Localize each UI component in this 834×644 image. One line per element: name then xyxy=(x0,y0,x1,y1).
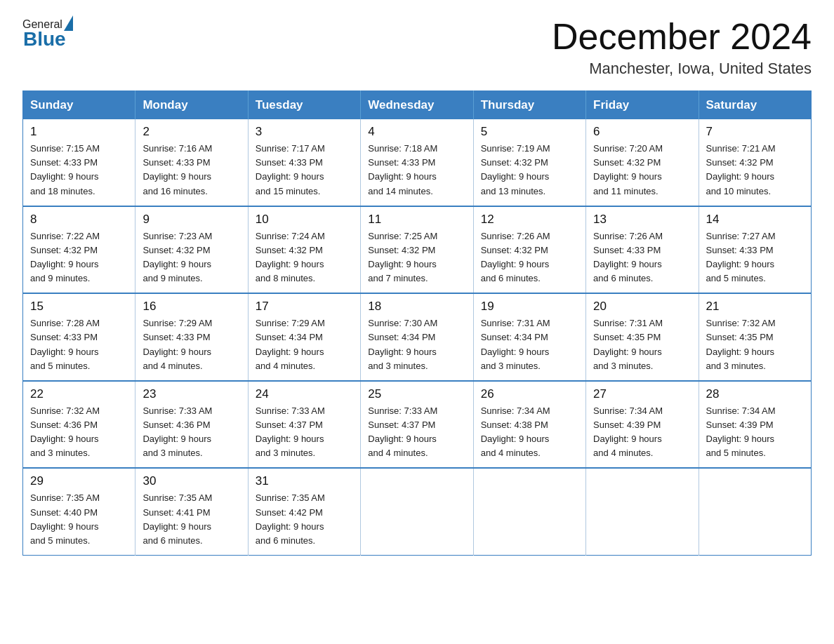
day-number: 10 xyxy=(256,213,353,227)
calendar-day-cell: 14Sunrise: 7:27 AMSunset: 4:33 PMDayligh… xyxy=(699,206,811,294)
calendar-day-cell: 5Sunrise: 7:19 AMSunset: 4:32 PMDaylight… xyxy=(473,119,585,206)
day-info: Sunrise: 7:34 AMSunset: 4:39 PMDaylight:… xyxy=(593,404,691,461)
day-info: Sunrise: 7:35 AMSunset: 4:42 PMDaylight:… xyxy=(256,491,353,548)
calendar-day-cell: 6Sunrise: 7:20 AMSunset: 4:32 PMDaylight… xyxy=(586,119,699,206)
calendar-day-cell: 10Sunrise: 7:24 AMSunset: 4:32 PMDayligh… xyxy=(248,206,360,294)
calendar-day-cell: 27Sunrise: 7:34 AMSunset: 4:39 PMDayligh… xyxy=(586,381,699,469)
calendar-day-cell: 29Sunrise: 7:35 AMSunset: 4:40 PMDayligh… xyxy=(23,468,135,555)
day-info: Sunrise: 7:31 AMSunset: 4:35 PMDaylight:… xyxy=(593,316,691,373)
day-number: 21 xyxy=(706,300,804,314)
top-section: General Blue December 2024 Manchester, I… xyxy=(22,17,812,78)
day-info: Sunrise: 7:32 AMSunset: 4:36 PMDaylight:… xyxy=(30,404,128,461)
day-number: 26 xyxy=(481,387,578,401)
logo: General Blue xyxy=(22,17,74,49)
weekday-header-tuesday: Tuesday xyxy=(248,91,360,120)
calendar-day-cell: 4Sunrise: 7:18 AMSunset: 4:33 PMDaylight… xyxy=(361,119,473,206)
calendar-day-cell: 19Sunrise: 7:31 AMSunset: 4:34 PMDayligh… xyxy=(473,293,585,381)
day-info: Sunrise: 7:35 AMSunset: 4:41 PMDaylight:… xyxy=(143,491,240,548)
day-number: 24 xyxy=(256,387,353,401)
day-info: Sunrise: 7:33 AMSunset: 4:37 PMDaylight:… xyxy=(368,404,465,461)
day-number: 12 xyxy=(481,213,578,227)
day-info: Sunrise: 7:20 AMSunset: 4:32 PMDaylight:… xyxy=(593,142,691,199)
day-number: 27 xyxy=(593,387,691,401)
day-number: 9 xyxy=(143,213,240,227)
calendar-day-cell: 25Sunrise: 7:33 AMSunset: 4:37 PMDayligh… xyxy=(361,381,473,469)
page-title: December 2024 xyxy=(552,17,812,57)
day-number: 22 xyxy=(30,387,128,401)
day-info: Sunrise: 7:34 AMSunset: 4:38 PMDaylight:… xyxy=(481,404,578,461)
calendar-day-cell: 1Sunrise: 7:15 AMSunset: 4:33 PMDaylight… xyxy=(23,119,135,206)
day-number: 11 xyxy=(368,213,465,227)
logo-row: General Blue xyxy=(22,17,74,49)
day-number: 8 xyxy=(30,213,128,227)
day-number: 25 xyxy=(368,387,465,401)
calendar-day-cell: 9Sunrise: 7:23 AMSunset: 4:32 PMDaylight… xyxy=(135,206,248,294)
day-info: Sunrise: 7:22 AMSunset: 4:32 PMDaylight:… xyxy=(30,229,128,286)
weekday-header-wednesday: Wednesday xyxy=(361,91,473,120)
day-info: Sunrise: 7:24 AMSunset: 4:32 PMDaylight:… xyxy=(256,229,353,286)
day-info: Sunrise: 7:26 AMSunset: 4:32 PMDaylight:… xyxy=(481,229,578,286)
day-number: 28 xyxy=(706,387,804,401)
logo-triangle-icon xyxy=(64,15,73,31)
calendar-day-cell: 12Sunrise: 7:26 AMSunset: 4:32 PMDayligh… xyxy=(473,206,585,294)
calendar-table: SundayMondayTuesdayWednesdayThursdayFrid… xyxy=(22,90,812,556)
calendar-day-cell: 7Sunrise: 7:21 AMSunset: 4:32 PMDaylight… xyxy=(699,119,811,206)
day-info: Sunrise: 7:21 AMSunset: 4:32 PMDaylight:… xyxy=(706,142,804,199)
calendar-week-row: 8Sunrise: 7:22 AMSunset: 4:32 PMDaylight… xyxy=(23,206,812,294)
day-number: 18 xyxy=(368,300,465,314)
logo-blue-text: Blue xyxy=(22,29,66,49)
calendar-day-cell: 11Sunrise: 7:25 AMSunset: 4:32 PMDayligh… xyxy=(361,206,473,294)
day-info: Sunrise: 7:23 AMSunset: 4:32 PMDaylight:… xyxy=(143,229,240,286)
calendar-empty-cell xyxy=(699,468,811,555)
day-number: 3 xyxy=(256,125,353,139)
day-number: 5 xyxy=(481,125,578,139)
day-number: 6 xyxy=(593,125,691,139)
calendar-day-cell: 16Sunrise: 7:29 AMSunset: 4:33 PMDayligh… xyxy=(135,293,248,381)
day-info: Sunrise: 7:19 AMSunset: 4:32 PMDaylight:… xyxy=(481,142,578,199)
day-number: 17 xyxy=(256,300,353,314)
day-info: Sunrise: 7:25 AMSunset: 4:32 PMDaylight:… xyxy=(368,229,465,286)
calendar-day-cell: 24Sunrise: 7:33 AMSunset: 4:37 PMDayligh… xyxy=(248,381,360,469)
calendar-empty-cell xyxy=(361,468,473,555)
calendar-header-row: SundayMondayTuesdayWednesdayThursdayFrid… xyxy=(23,91,812,120)
day-info: Sunrise: 7:27 AMSunset: 4:33 PMDaylight:… xyxy=(706,229,804,286)
calendar-week-row: 22Sunrise: 7:32 AMSunset: 4:36 PMDayligh… xyxy=(23,381,812,469)
calendar-day-cell: 26Sunrise: 7:34 AMSunset: 4:38 PMDayligh… xyxy=(473,381,585,469)
day-number: 1 xyxy=(30,125,128,139)
calendar-empty-cell xyxy=(473,468,585,555)
day-number: 7 xyxy=(706,125,804,139)
calendar-day-cell: 31Sunrise: 7:35 AMSunset: 4:42 PMDayligh… xyxy=(248,468,360,555)
calendar-day-cell: 17Sunrise: 7:29 AMSunset: 4:34 PMDayligh… xyxy=(248,293,360,381)
calendar-week-row: 1Sunrise: 7:15 AMSunset: 4:33 PMDaylight… xyxy=(23,119,812,206)
day-number: 2 xyxy=(143,125,240,139)
page: General Blue December 2024 Manchester, I… xyxy=(0,0,834,644)
calendar-day-cell: 28Sunrise: 7:34 AMSunset: 4:39 PMDayligh… xyxy=(699,381,811,469)
day-info: Sunrise: 7:17 AMSunset: 4:33 PMDaylight:… xyxy=(256,142,353,199)
day-info: Sunrise: 7:35 AMSunset: 4:40 PMDaylight:… xyxy=(30,491,128,548)
calendar-day-cell: 18Sunrise: 7:30 AMSunset: 4:34 PMDayligh… xyxy=(361,293,473,381)
day-number: 16 xyxy=(143,300,240,314)
day-number: 4 xyxy=(368,125,465,139)
title-section: December 2024 Manchester, Iowa, United S… xyxy=(552,17,812,78)
day-number: 23 xyxy=(143,387,240,401)
calendar-day-cell: 20Sunrise: 7:31 AMSunset: 4:35 PMDayligh… xyxy=(586,293,699,381)
day-number: 19 xyxy=(481,300,578,314)
day-info: Sunrise: 7:26 AMSunset: 4:33 PMDaylight:… xyxy=(593,229,691,286)
day-number: 30 xyxy=(143,474,240,488)
day-number: 13 xyxy=(593,213,691,227)
weekday-header-sunday: Sunday xyxy=(23,91,135,120)
day-info: Sunrise: 7:33 AMSunset: 4:37 PMDaylight:… xyxy=(256,404,353,461)
day-info: Sunrise: 7:15 AMSunset: 4:33 PMDaylight:… xyxy=(30,142,128,199)
calendar-day-cell: 30Sunrise: 7:35 AMSunset: 4:41 PMDayligh… xyxy=(135,468,248,555)
day-info: Sunrise: 7:29 AMSunset: 4:34 PMDaylight:… xyxy=(256,316,353,373)
weekday-header-friday: Friday xyxy=(586,91,699,120)
day-info: Sunrise: 7:30 AMSunset: 4:34 PMDaylight:… xyxy=(368,316,465,373)
weekday-header-thursday: Thursday xyxy=(473,91,585,120)
day-info: Sunrise: 7:33 AMSunset: 4:36 PMDaylight:… xyxy=(143,404,240,461)
calendar-week-row: 29Sunrise: 7:35 AMSunset: 4:40 PMDayligh… xyxy=(23,468,812,555)
weekday-header-monday: Monday xyxy=(135,91,248,120)
calendar-day-cell: 13Sunrise: 7:26 AMSunset: 4:33 PMDayligh… xyxy=(586,206,699,294)
day-info: Sunrise: 7:31 AMSunset: 4:34 PMDaylight:… xyxy=(481,316,578,373)
calendar-day-cell: 8Sunrise: 7:22 AMSunset: 4:32 PMDaylight… xyxy=(23,206,135,294)
day-info: Sunrise: 7:18 AMSunset: 4:33 PMDaylight:… xyxy=(368,142,465,199)
